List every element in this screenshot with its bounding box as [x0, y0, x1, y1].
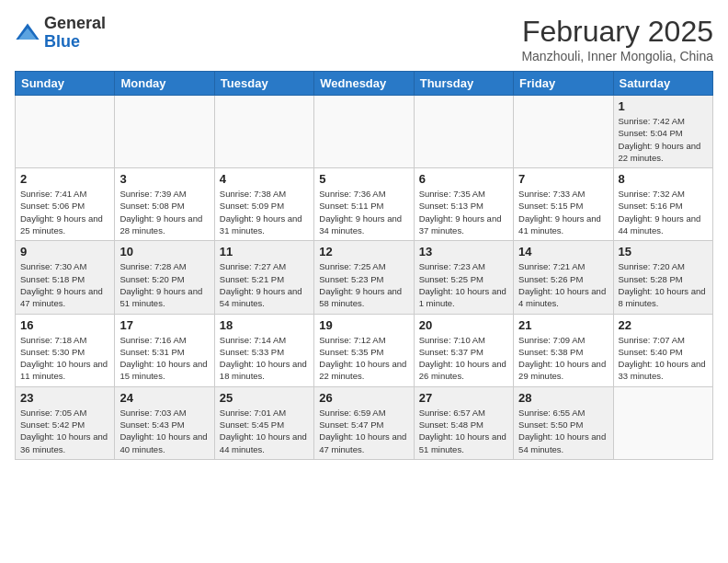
logo-general-text: General [44, 15, 106, 33]
day-number: 11 [220, 245, 309, 259]
calendar-week-1: 1Sunrise: 7:42 AM Sunset: 5:04 PM Daylig… [16, 96, 713, 168]
calendar-cell [613, 386, 712, 459]
calendar-header: SundayMondayTuesdayWednesdayThursdayFrid… [16, 72, 713, 96]
logo-text: General Blue [44, 15, 106, 52]
calendar-cell: 27Sunrise: 6:57 AM Sunset: 5:48 PM Dayli… [414, 386, 513, 459]
day-number: 2 [20, 172, 109, 186]
calendar-cell: 7Sunrise: 7:33 AM Sunset: 5:15 PM Daylig… [514, 168, 613, 241]
calendar-cell: 13Sunrise: 7:23 AM Sunset: 5:25 PM Dayli… [414, 241, 513, 314]
day-info: Sunrise: 7:35 AM Sunset: 5:13 PM Dayligh… [419, 188, 508, 236]
calendar-cell: 19Sunrise: 7:12 AM Sunset: 5:35 PM Dayli… [314, 314, 414, 386]
calendar-cell: 17Sunrise: 7:16 AM Sunset: 5:31 PM Dayli… [115, 314, 214, 386]
calendar-cell: 9Sunrise: 7:30 AM Sunset: 5:18 PM Daylig… [16, 241, 115, 314]
calendar-cell: 8Sunrise: 7:32 AM Sunset: 5:16 PM Daylig… [613, 168, 712, 241]
day-number: 24 [119, 391, 209, 405]
page-header: General Blue February 2025 Manzhouli, In… [15, 15, 713, 63]
day-info: Sunrise: 7:38 AM Sunset: 5:09 PM Dayligh… [220, 188, 309, 236]
day-number: 16 [20, 318, 109, 332]
day-info: Sunrise: 7:14 AM Sunset: 5:33 PM Dayligh… [220, 334, 309, 383]
day-number: 14 [518, 245, 608, 259]
calendar-cell [115, 96, 214, 168]
calendar-cell [514, 96, 613, 168]
calendar-cell: 18Sunrise: 7:14 AM Sunset: 5:33 PM Dayli… [214, 314, 313, 386]
day-number: 17 [119, 318, 209, 332]
day-info: Sunrise: 7:10 AM Sunset: 5:37 PM Dayligh… [419, 334, 508, 383]
calendar-cell: 11Sunrise: 7:27 AM Sunset: 5:21 PM Dayli… [214, 241, 313, 314]
calendar-cell: 3Sunrise: 7:39 AM Sunset: 5:08 PM Daylig… [115, 168, 214, 241]
calendar-cell: 6Sunrise: 7:35 AM Sunset: 5:13 PM Daylig… [414, 168, 513, 241]
calendar-cell: 28Sunrise: 6:55 AM Sunset: 5:50 PM Dayli… [514, 386, 613, 459]
calendar-cell: 20Sunrise: 7:10 AM Sunset: 5:37 PM Dayli… [414, 314, 513, 386]
day-info: Sunrise: 7:39 AM Sunset: 5:08 PM Dayligh… [119, 188, 209, 236]
weekday-header-wednesday: Wednesday [314, 72, 414, 96]
day-number: 26 [319, 391, 408, 405]
weekday-header-sunday: Sunday [16, 72, 115, 96]
calendar-cell: 25Sunrise: 7:01 AM Sunset: 5:45 PM Dayli… [214, 386, 313, 459]
calendar-week-5: 23Sunrise: 7:05 AM Sunset: 5:42 PM Dayli… [16, 386, 713, 459]
day-info: Sunrise: 7:05 AM Sunset: 5:42 PM Dayligh… [20, 407, 109, 455]
weekday-header-thursday: Thursday [414, 72, 513, 96]
calendar-cell [214, 96, 313, 168]
day-number: 9 [20, 245, 109, 259]
day-info: Sunrise: 7:03 AM Sunset: 5:43 PM Dayligh… [119, 407, 209, 455]
calendar-cell: 26Sunrise: 6:59 AM Sunset: 5:47 PM Dayli… [314, 386, 414, 459]
calendar-body: 1Sunrise: 7:42 AM Sunset: 5:04 PM Daylig… [16, 96, 713, 460]
day-info: Sunrise: 7:20 AM Sunset: 5:28 PM Dayligh… [619, 260, 708, 309]
calendar-cell: 22Sunrise: 7:07 AM Sunset: 5:40 PM Dayli… [613, 314, 712, 386]
day-info: Sunrise: 7:21 AM Sunset: 5:26 PM Dayligh… [518, 260, 608, 309]
logo-blue-text: Blue [44, 33, 106, 52]
weekday-header-saturday: Saturday [613, 72, 712, 96]
logo-icon [15, 20, 40, 46]
day-number: 28 [518, 391, 608, 405]
calendar-cell: 23Sunrise: 7:05 AM Sunset: 5:42 PM Dayli… [16, 386, 115, 459]
day-info: Sunrise: 7:30 AM Sunset: 5:18 PM Dayligh… [20, 260, 109, 309]
day-info: Sunrise: 6:57 AM Sunset: 5:48 PM Dayligh… [419, 407, 508, 455]
day-number: 7 [518, 172, 608, 186]
day-number: 18 [220, 318, 309, 332]
weekday-header-friday: Friday [514, 72, 613, 96]
calendar-cell: 2Sunrise: 7:41 AM Sunset: 5:06 PM Daylig… [16, 168, 115, 241]
day-number: 20 [419, 318, 508, 332]
calendar-cell: 10Sunrise: 7:28 AM Sunset: 5:20 PM Dayli… [115, 241, 214, 314]
calendar-cell: 21Sunrise: 7:09 AM Sunset: 5:38 PM Dayli… [514, 314, 613, 386]
day-info: Sunrise: 7:42 AM Sunset: 5:04 PM Dayligh… [619, 115, 708, 164]
calendar-cell: 15Sunrise: 7:20 AM Sunset: 5:28 PM Dayli… [613, 241, 712, 314]
calendar-cell [16, 96, 115, 168]
header-row: SundayMondayTuesdayWednesdayThursdayFrid… [16, 72, 713, 96]
day-info: Sunrise: 7:23 AM Sunset: 5:25 PM Dayligh… [419, 260, 508, 309]
day-info: Sunrise: 7:07 AM Sunset: 5:40 PM Dayligh… [619, 334, 708, 383]
calendar-cell: 12Sunrise: 7:25 AM Sunset: 5:23 PM Dayli… [314, 241, 414, 314]
day-info: Sunrise: 7:28 AM Sunset: 5:20 PM Dayligh… [119, 260, 209, 309]
day-info: Sunrise: 7:25 AM Sunset: 5:23 PM Dayligh… [319, 260, 408, 309]
day-number: 4 [220, 172, 309, 186]
day-number: 12 [319, 245, 408, 259]
location: Manzhouli, Inner Mongolia, China [521, 49, 713, 63]
day-number: 1 [619, 99, 708, 113]
day-info: Sunrise: 7:27 AM Sunset: 5:21 PM Dayligh… [220, 260, 309, 309]
day-number: 5 [319, 172, 408, 186]
day-info: Sunrise: 7:41 AM Sunset: 5:06 PM Dayligh… [20, 188, 109, 236]
day-number: 10 [119, 245, 209, 259]
calendar-cell: 5Sunrise: 7:36 AM Sunset: 5:11 PM Daylig… [314, 168, 414, 241]
calendar-week-3: 9Sunrise: 7:30 AM Sunset: 5:18 PM Daylig… [16, 241, 713, 314]
day-info: Sunrise: 6:55 AM Sunset: 5:50 PM Dayligh… [518, 407, 608, 455]
day-number: 3 [119, 172, 209, 186]
title-area: February 2025 Manzhouli, Inner Mongolia,… [521, 15, 713, 63]
day-number: 25 [220, 391, 309, 405]
day-number: 19 [319, 318, 408, 332]
day-number: 21 [518, 318, 608, 332]
calendar-week-4: 16Sunrise: 7:18 AM Sunset: 5:30 PM Dayli… [16, 314, 713, 386]
day-info: Sunrise: 7:16 AM Sunset: 5:31 PM Dayligh… [119, 334, 209, 383]
calendar-cell [314, 96, 414, 168]
day-info: Sunrise: 7:12 AM Sunset: 5:35 PM Dayligh… [319, 334, 408, 383]
calendar-cell: 16Sunrise: 7:18 AM Sunset: 5:30 PM Dayli… [16, 314, 115, 386]
day-number: 13 [419, 245, 508, 259]
day-info: Sunrise: 7:33 AM Sunset: 5:15 PM Dayligh… [518, 188, 608, 236]
calendar-cell: 24Sunrise: 7:03 AM Sunset: 5:43 PM Dayli… [115, 386, 214, 459]
day-number: 27 [419, 391, 508, 405]
calendar-cell [414, 96, 513, 168]
day-number: 8 [619, 172, 708, 186]
weekday-header-monday: Monday [115, 72, 214, 96]
day-info: Sunrise: 6:59 AM Sunset: 5:47 PM Dayligh… [319, 407, 408, 455]
day-number: 15 [619, 245, 708, 259]
